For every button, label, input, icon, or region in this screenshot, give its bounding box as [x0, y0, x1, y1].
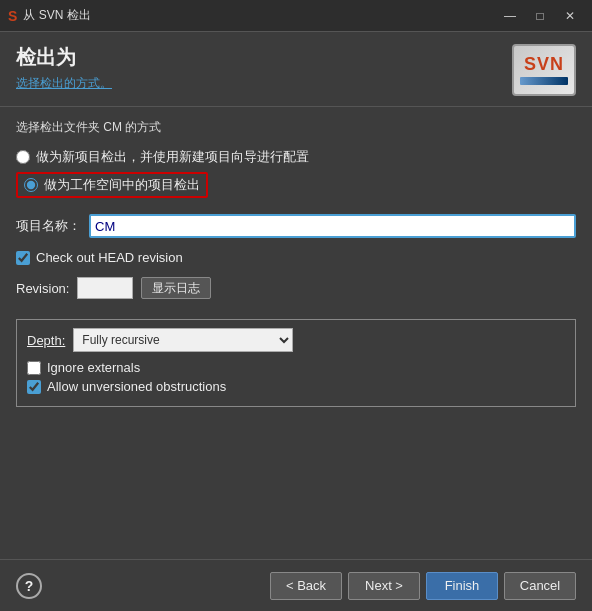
titlebar-app-icon: S: [8, 8, 17, 24]
radio-option1[interactable]: [16, 150, 30, 164]
page-title: 检出为: [16, 44, 112, 71]
next-button[interactable]: Next >: [348, 572, 420, 600]
allow-unversioned-label: Allow unversioned obstructions: [47, 379, 226, 394]
main-content: 检出为 选择检出的方式。 SVN 选择检出文件夹 CM 的方式 做为新项目检出，…: [0, 32, 592, 611]
allow-unversioned-row: Allow unversioned obstructions: [27, 379, 565, 394]
header-subtitle[interactable]: 选择检出的方式。: [16, 75, 112, 92]
radio-option2-item[interactable]: 做为工作空间中的项目检出: [16, 172, 576, 198]
depth-row: Depth: Fully recursive Immediate childre…: [27, 328, 565, 352]
titlebar-title: 从 SVN 检出: [23, 7, 496, 24]
maximize-button[interactable]: □: [526, 5, 554, 27]
checkout-head-row: Check out HEAD revision: [16, 250, 576, 265]
radio-option1-label: 做为新项目检出，并使用新建项目向导进行配置: [36, 148, 309, 166]
allow-unversioned-checkbox[interactable]: [27, 380, 41, 394]
form-content: 选择检出文件夹 CM 的方式 做为新项目检出，并使用新建项目向导进行配置 做为工…: [0, 107, 592, 559]
section-label: 选择检出文件夹 CM 的方式: [16, 119, 576, 136]
help-button[interactable]: ?: [16, 573, 42, 599]
titlebar-controls: — □ ✕: [496, 5, 584, 27]
ignore-externals-label: Ignore externals: [47, 360, 140, 375]
depth-select[interactable]: Fully recursive Immediate children Only …: [73, 328, 293, 352]
revision-input[interactable]: [77, 277, 133, 299]
footer-left: ?: [16, 573, 42, 599]
header-text: 检出为 选择检出的方式。: [16, 44, 112, 92]
revision-label: Revision:: [16, 281, 69, 296]
back-button[interactable]: < Back: [270, 572, 342, 600]
ignore-externals-row: Ignore externals: [27, 360, 565, 375]
project-name-input[interactable]: [89, 214, 576, 238]
radio-group: 做为新项目检出，并使用新建项目向导进行配置 做为工作空间中的项目检出: [16, 148, 576, 198]
project-name-row: 项目名称：: [16, 214, 576, 238]
radio-option2-label: 做为工作空间中的项目检出: [44, 176, 200, 194]
finish-button[interactable]: Finish: [426, 572, 498, 600]
depth-box: Depth: Fully recursive Immediate childre…: [16, 319, 576, 407]
radio-option2-highlight: 做为工作空间中的项目检出: [16, 172, 208, 198]
checkout-head-label: Check out HEAD revision: [36, 250, 183, 265]
depth-label: Depth:: [27, 333, 65, 348]
svn-logo-text: SVN: [524, 55, 564, 73]
footer-right: < Back Next > Finish Cancel: [270, 572, 576, 600]
revision-row: Revision: 显示日志: [16, 277, 576, 299]
radio-option1-item[interactable]: 做为新项目检出，并使用新建项目向导进行配置: [16, 148, 576, 166]
project-name-label: 项目名称：: [16, 217, 81, 235]
svn-logo-bar: [520, 77, 568, 85]
footer: ? < Back Next > Finish Cancel: [0, 559, 592, 611]
checkout-head-checkbox[interactable]: [16, 251, 30, 265]
ignore-externals-checkbox[interactable]: [27, 361, 41, 375]
cancel-button[interactable]: Cancel: [504, 572, 576, 600]
header-section: 检出为 选择检出的方式。 SVN: [0, 32, 592, 107]
svn-logo: SVN: [512, 44, 576, 96]
minimize-button[interactable]: —: [496, 5, 524, 27]
show-log-button[interactable]: 显示日志: [141, 277, 211, 299]
titlebar: S 从 SVN 检出 — □ ✕: [0, 0, 592, 32]
radio-option2[interactable]: [24, 178, 38, 192]
close-button[interactable]: ✕: [556, 5, 584, 27]
